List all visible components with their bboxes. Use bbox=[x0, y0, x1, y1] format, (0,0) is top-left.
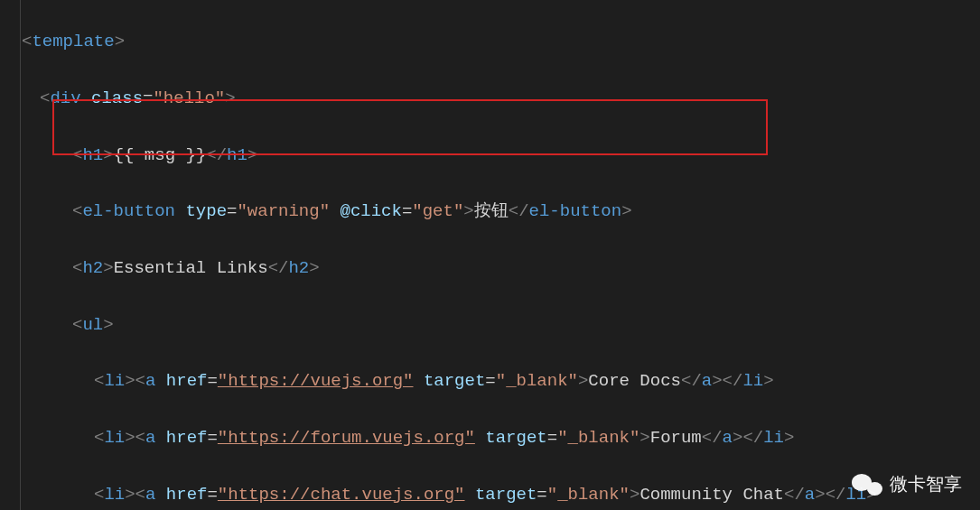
code-line: <li><a href="https://chat.vuejs.org" tar… bbox=[22, 481, 980, 509]
wechat-icon bbox=[852, 472, 882, 497]
code-line: <template> bbox=[22, 28, 980, 56]
code-line: <el-button type="warning" @click="get">按… bbox=[22, 198, 980, 226]
code-line: <h2>Essential Links</h2> bbox=[22, 255, 980, 283]
gutter bbox=[0, 0, 20, 510]
code-line: <div class="hello"> bbox=[22, 85, 980, 113]
code-line: <li><a href="https://vuejs.org" target="… bbox=[22, 367, 980, 395]
code-editor[interactable]: <template> <div class="hello"> <h1>{{ ms… bbox=[0, 0, 980, 510]
code-line: <ul> bbox=[22, 311, 980, 339]
watermark-text: 微卡智享 bbox=[890, 469, 962, 499]
fold-guide bbox=[20, 0, 21, 510]
watermark: 微卡智享 bbox=[852, 469, 962, 499]
code-line: <h1>{{ msg }}</h1> bbox=[22, 142, 980, 170]
code-line: <li><a href="https://forum.vuejs.org" ta… bbox=[22, 424, 980, 452]
